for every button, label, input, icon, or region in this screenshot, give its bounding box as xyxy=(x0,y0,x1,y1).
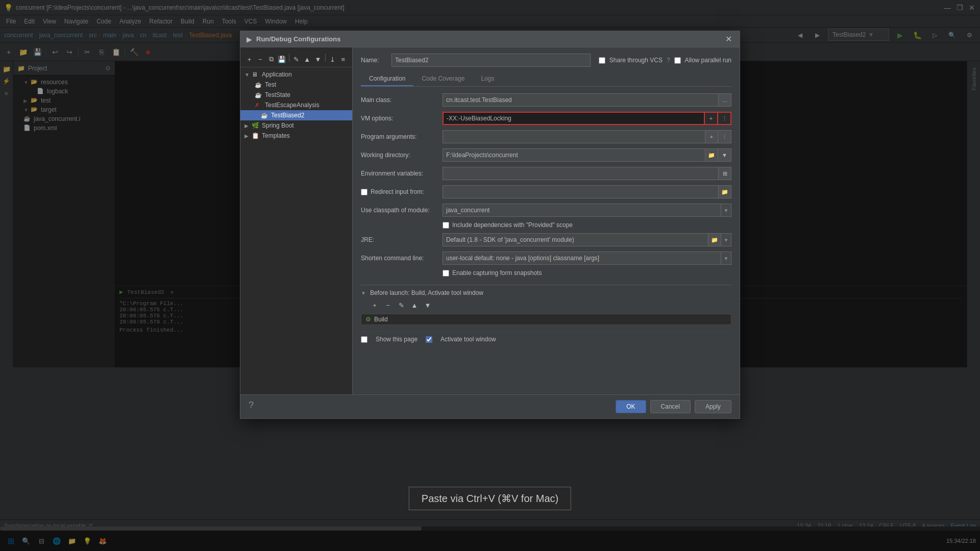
more-button[interactable]: ≡ xyxy=(338,54,348,65)
dialog-close-button[interactable]: ✕ xyxy=(723,34,733,44)
working-dir-control: 📁 ▼ xyxy=(443,148,731,162)
config-item-testescapeanalysis[interactable]: ✗ TestEscapeAnalysis xyxy=(240,100,352,110)
sort-button[interactable]: ⤓ xyxy=(328,54,337,65)
program-args-input[interactable] xyxy=(443,130,705,143)
program-args-row: Program arguments: + ⋮ xyxy=(361,130,731,144)
redirect-input-field[interactable] xyxy=(443,185,718,198)
tab-configuration[interactable]: Configuration xyxy=(361,72,413,86)
before-launch-header[interactable]: ▼ Before launch: Build, Activate tool wi… xyxy=(361,289,731,296)
working-dir-dropdown-button[interactable]: ▼ xyxy=(718,148,731,162)
dialog-body: + − ⧉ 💾 ✎ ▲ ▼ ⤓ ≡ ▼ 🖥 xyxy=(240,47,740,394)
activate-window-checkbox[interactable] xyxy=(426,336,432,343)
dialog-footer: ? OK Cancel Apply xyxy=(240,394,740,418)
program-args-browse-button[interactable]: ⋮ xyxy=(718,130,731,143)
show-page-label: Show this page xyxy=(376,336,418,343)
vm-options-browse-button[interactable]: ⋮ xyxy=(718,112,731,125)
move-up-button[interactable]: ▲ xyxy=(302,54,312,65)
bl-remove-button[interactable]: − xyxy=(382,299,394,311)
allow-parallel-checkbox[interactable] xyxy=(674,57,681,64)
bl-up-button[interactable]: ▲ xyxy=(409,299,420,311)
show-page-checkbox[interactable] xyxy=(361,336,368,343)
move-down-button[interactable]: ▼ xyxy=(313,54,323,65)
teststate-icon: ☕ xyxy=(255,92,263,98)
enable-capturing-checkbox[interactable] xyxy=(443,270,449,277)
spring-group-icon: 🌿 xyxy=(252,122,260,129)
working-dir-browse-button[interactable]: 📁 xyxy=(705,148,718,162)
remove-config-button[interactable]: − xyxy=(255,54,265,65)
main-class-label: Main class: xyxy=(361,96,443,104)
dialog-right-panel: Name: Share through VCS ? Allow parallel… xyxy=(353,47,740,394)
jre-arrow: ▼ xyxy=(721,233,731,246)
before-launch-build-item: ⚙ Build xyxy=(361,314,731,325)
before-launch-toolbar: + − ✎ ▲ ▼ xyxy=(369,299,731,311)
dialog-help-button[interactable]: ? xyxy=(249,400,254,413)
env-vars-control: ⊞ xyxy=(443,167,731,180)
program-args-add-button[interactable]: + xyxy=(705,130,718,143)
shorten-cmd-select[interactable]: user-local default: none - java [options… xyxy=(443,252,721,265)
jre-select[interactable]: Default (1.8 - SDK of 'java_concurrent' … xyxy=(443,233,708,246)
jre-label: JRE: xyxy=(361,236,443,243)
dialog-left-panel: + − ⧉ 💾 ✎ ▲ ▼ ⤓ ≡ ▼ 🖥 xyxy=(240,47,353,394)
apply-button[interactable]: Apply xyxy=(695,400,731,413)
main-class-browse-button[interactable]: … xyxy=(718,93,731,107)
build-item-icon: ⚙ xyxy=(365,316,371,323)
app-group-label: Application xyxy=(262,71,292,78)
save-config-button[interactable]: 💾 xyxy=(277,54,287,65)
name-row: Name: Share through VCS ? Allow parallel… xyxy=(361,54,731,67)
env-vars-input[interactable] xyxy=(443,167,718,180)
dialog-title-bar: ▶ Run/Debug Configurations ✕ xyxy=(240,31,740,47)
edit-config-button[interactable]: ✎ xyxy=(291,54,301,65)
redirect-input-row: Redirect input from: 📁 xyxy=(361,185,731,199)
config-item-test[interactable]: ☕ Test xyxy=(240,80,352,90)
vm-options-input[interactable] xyxy=(443,112,705,125)
bl-edit-button[interactable]: ✎ xyxy=(396,299,407,311)
copy-config-button[interactable]: ⧉ xyxy=(266,54,276,65)
ok-button[interactable]: OK xyxy=(616,400,646,413)
program-args-label: Program arguments: xyxy=(361,133,443,140)
tab-bar: Configuration Code Coverage Logs xyxy=(361,72,731,87)
run-debug-dialog: ▶ Run/Debug Configurations ✕ + − ⧉ 💾 ✎ ▲… xyxy=(240,31,740,419)
vm-options-add-button[interactable]: + xyxy=(705,112,718,125)
cancel-button[interactable]: Cancel xyxy=(650,400,691,413)
config-item-teststate[interactable]: ☕ TestState xyxy=(240,90,352,100)
main-class-input[interactable] xyxy=(443,93,718,107)
name-input[interactable] xyxy=(391,54,591,67)
name-field-label: Name: xyxy=(361,57,391,64)
use-classpath-select[interactable]: java_concurrent xyxy=(443,204,721,217)
working-dir-input[interactable] xyxy=(443,148,705,162)
activate-window-label: Activate tool window xyxy=(440,336,496,343)
shorten-cmd-row: Shorten command line: user-local default… xyxy=(361,251,731,265)
app-group-icon: 🖥 xyxy=(252,71,260,78)
redirect-input-checkbox[interactable] xyxy=(361,189,368,195)
env-vars-row: Environment variables: ⊞ xyxy=(361,166,731,181)
spring-group-arrow: ▶ xyxy=(244,123,252,129)
tab-logs[interactable]: Logs xyxy=(473,72,502,86)
share-vcs-checkbox[interactable] xyxy=(599,57,605,64)
config-group-springboot[interactable]: ▶ 🌿 Spring Boot xyxy=(240,120,352,131)
env-vars-label: Environment variables: xyxy=(361,170,443,177)
add-config-button[interactable]: + xyxy=(244,54,254,65)
include-deps-checkbox[interactable] xyxy=(443,222,449,229)
dialog-left-toolbar: + − ⧉ 💾 ✎ ▲ ▼ ⤓ ≡ xyxy=(240,52,352,67)
redirect-checkbox-area: Redirect input from: xyxy=(361,188,443,195)
share-vcs-help[interactable]: ? xyxy=(667,57,670,64)
templates-group-label: Templates xyxy=(262,132,290,139)
use-classpath-label: Use classpath of module: xyxy=(361,207,443,214)
bl-add-button[interactable]: + xyxy=(369,299,380,311)
shorten-cmd-control: user-local default: none - java [options… xyxy=(443,252,731,265)
config-item-testbiased2[interactable]: ☕ TestBiased2 xyxy=(240,110,352,120)
bl-down-button[interactable]: ▼ xyxy=(422,299,433,311)
spring-group-label: Spring Boot xyxy=(262,122,294,129)
config-group-templates[interactable]: ▶ 📋 Templates xyxy=(240,131,352,141)
redirect-input-browse-button[interactable]: 📁 xyxy=(718,185,731,198)
tab-code-coverage[interactable]: Code Coverage xyxy=(413,72,473,86)
templates-group-icon: 📋 xyxy=(252,132,260,139)
jre-control: Default (1.8 - SDK of 'java_concurrent' … xyxy=(443,233,731,246)
paste-tooltip: Paste via Ctrl+V (⌘V for Mac) xyxy=(409,487,571,510)
config-group-application[interactable]: ▼ 🖥 Application xyxy=(240,69,352,80)
header-right-options: Share through VCS ? Allow parallel run xyxy=(599,57,731,64)
templates-group-arrow: ▶ xyxy=(244,133,252,139)
jre-browse-button[interactable]: 📁 xyxy=(708,233,721,246)
env-vars-edit-button[interactable]: ⊞ xyxy=(718,167,731,180)
vm-options-row: VM options: + ⋮ xyxy=(361,111,731,126)
